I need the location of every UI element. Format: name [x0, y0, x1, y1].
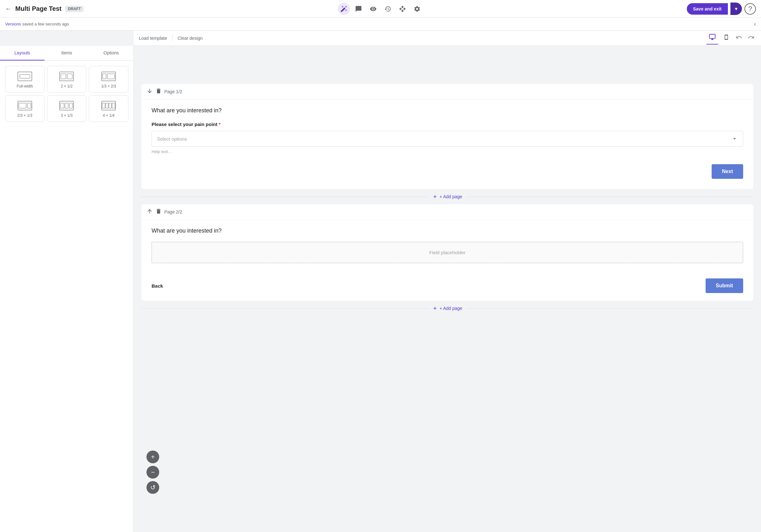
add-page-label-2: + Add page — [439, 306, 462, 311]
page-2-header: Page 2/2 — [142, 204, 753, 220]
separator-line-left-2 — [142, 308, 429, 309]
fab-group: + − ↺ — [146, 451, 159, 494]
layout-three-third-label: 3 × 1/3 — [61, 113, 73, 118]
mobile-icon — [724, 34, 729, 41]
svg-rect-10 — [28, 103, 31, 108]
add-page-button-2[interactable]: + Add page — [433, 306, 462, 311]
page-2-content: What are you interested in? Field placeh… — [142, 220, 753, 273]
tabs: Layouts Items Options — [0, 46, 134, 61]
saved-text: saved a few seconds ago — [22, 22, 69, 27]
back-button[interactable]: ← — [5, 5, 12, 12]
field-placeholder[interactable]: Field placeholder — [151, 242, 743, 263]
svg-rect-12 — [61, 103, 64, 108]
undo-icon — [735, 34, 742, 41]
next-button[interactable]: Next — [712, 164, 743, 179]
layout-full-width[interactable]: Full-width — [5, 66, 44, 93]
svg-rect-13 — [65, 103, 68, 108]
add-page-button-1[interactable]: + Add page — [433, 194, 462, 199]
page-2-footer: Back Submit — [142, 273, 753, 301]
move-icon — [399, 5, 406, 12]
required-star: * — [219, 122, 221, 127]
svg-rect-15 — [101, 101, 116, 110]
page-1-help-text: Help text… — [151, 149, 743, 154]
svg-rect-16 — [102, 103, 105, 108]
eye-icon-button[interactable] — [367, 3, 379, 15]
page-1-content: What are you interested in? Please selec… — [142, 100, 753, 189]
page-1-delete-button[interactable] — [155, 88, 162, 95]
header: ← Multi Page Test DRAFT Save and exit ▾ … — [0, 0, 761, 18]
svg-rect-8 — [18, 101, 32, 110]
page-1-select-field[interactable]: Select options — [151, 131, 743, 147]
trash-icon-2 — [155, 208, 162, 214]
fab-add-button[interactable]: + — [146, 451, 159, 463]
arrow-up-icon — [146, 208, 153, 214]
add-page-row-1: + Add page — [142, 189, 753, 204]
move-icon-button[interactable] — [396, 3, 409, 15]
sub-header: Versions saved a few seconds ago ‹ — [0, 18, 761, 30]
svg-rect-14 — [69, 103, 73, 108]
layout-four-quarter-icon — [101, 101, 116, 111]
tab-options[interactable]: Options — [89, 46, 134, 60]
layout-half-half-label: 2 × 1/2 — [61, 84, 73, 88]
load-template-button[interactable]: Load template — [139, 36, 167, 41]
draft-badge: DRAFT — [65, 6, 84, 12]
layout-three-third[interactable]: 3 × 1/3 — [47, 95, 87, 122]
submit-button[interactable]: Submit — [706, 278, 743, 293]
redo-icon — [748, 34, 755, 41]
header-center — [338, 3, 423, 15]
settings-icon-button[interactable] — [411, 3, 423, 15]
magic-icon — [340, 5, 347, 12]
layout-twothird-third[interactable]: 2/3 + 1/3 — [5, 95, 44, 122]
main-layout: Layouts Items Options Full-width 2 × — [0, 30, 761, 532]
layout-twothird-third-label: 2/3 + 1/3 — [17, 113, 32, 118]
add-page-label-1: + Add page — [439, 194, 462, 199]
magic-icon-button[interactable] — [338, 3, 350, 15]
fab-remove-button[interactable]: − — [146, 466, 159, 479]
svg-rect-5 — [101, 72, 116, 81]
add-page-icon-1 — [433, 194, 438, 199]
desktop-icon — [709, 33, 716, 40]
svg-rect-19 — [112, 103, 115, 108]
page-1-question: What are you interested in? — [151, 107, 743, 114]
page-2-question: What are you interested in? — [151, 228, 743, 234]
help-button[interactable]: ? — [744, 3, 756, 15]
desktop-view-button[interactable] — [706, 31, 718, 44]
fab-reset-button[interactable]: ↺ — [146, 481, 159, 494]
page-1-header: Page 1/2 — [142, 84, 753, 100]
page-1-move-down-button[interactable] — [146, 88, 153, 95]
tab-layouts[interactable]: Layouts — [0, 46, 44, 60]
separator-line-right-2 — [466, 308, 753, 309]
chat-icon-button[interactable] — [352, 3, 365, 15]
tab-items[interactable]: Items — [44, 46, 89, 60]
add-page-row-2: + Add page — [142, 301, 753, 316]
svg-rect-2 — [60, 72, 74, 81]
layout-four-quarter[interactable]: 4 × 1/4 — [89, 95, 128, 122]
history-icon-button[interactable] — [382, 3, 394, 15]
select-placeholder: Select options — [157, 136, 187, 141]
header-left: ← Multi Page Test DRAFT — [5, 5, 338, 12]
arrow-down-icon — [146, 88, 153, 94]
layout-third-twothird[interactable]: 1/3 + 2/3 — [89, 66, 128, 93]
save-exit-dropdown-button[interactable]: ▾ — [731, 3, 742, 15]
page-1-field-label: Please select your pain point * — [151, 122, 743, 127]
page-2-delete-button[interactable] — [155, 208, 162, 216]
save-exit-button[interactable]: Save and exit — [687, 3, 728, 15]
versions-link[interactable]: Versions — [5, 22, 21, 27]
undo-button[interactable] — [734, 32, 744, 44]
trash-icon — [155, 88, 162, 94]
page-2-move-up-button[interactable] — [146, 208, 153, 216]
canvas-toolbar: Load template Clear design — [134, 30, 761, 46]
mobile-view-button[interactable] — [721, 32, 732, 44]
page-title: Multi Page Test — [15, 5, 61, 12]
page-2-label: Page 2/2 — [164, 209, 182, 214]
back-button-page2[interactable]: Back — [151, 283, 163, 289]
collapse-button[interactable]: ‹ — [754, 21, 756, 27]
svg-rect-4 — [67, 74, 72, 79]
page-2-card: Page 2/2 What are you interested in? Fie… — [142, 204, 753, 301]
layout-half-half-icon — [59, 71, 74, 81]
redo-button[interactable] — [746, 32, 756, 44]
svg-rect-9 — [19, 103, 26, 108]
svg-rect-11 — [60, 101, 74, 110]
layout-half-half[interactable]: 2 × 1/2 — [47, 66, 87, 93]
clear-design-button[interactable]: Clear design — [178, 36, 203, 41]
